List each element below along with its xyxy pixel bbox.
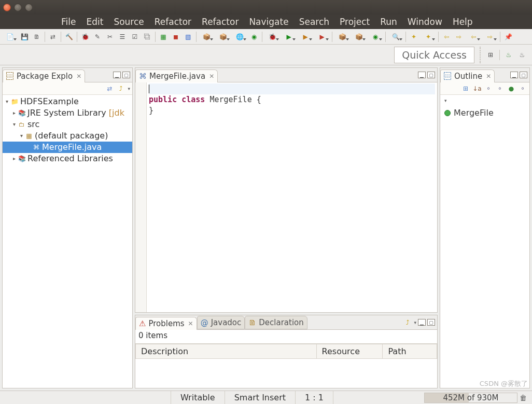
new-source-button[interactable]: 📦 xyxy=(351,31,367,43)
grid-button[interactable]: ▦ xyxy=(158,31,169,43)
resource-perspective-button[interactable]: ♨ xyxy=(516,49,528,61)
annotation-next-button[interactable]: ✦ xyxy=(421,31,436,43)
col-resource[interactable]: Resource xyxy=(316,344,383,359)
build-button[interactable]: 🔨 xyxy=(63,31,75,43)
block-button[interactable]: ▧ xyxy=(183,31,194,43)
window-close-button[interactable] xyxy=(3,4,11,11)
tree-referenced-libraries[interactable]: ▸ 📚 Referenced Libraries xyxy=(3,153,132,164)
nav-back-button[interactable]: ⇦ xyxy=(466,31,481,43)
maximize-view-button[interactable]: ▢ xyxy=(427,319,435,326)
col-description[interactable]: Description xyxy=(136,344,317,359)
globe-button[interactable]: 🌐 xyxy=(232,31,247,43)
az-button[interactable]: ↓a xyxy=(472,84,482,93)
window-minimize-button[interactable] xyxy=(14,4,22,11)
hide-nonpublic-button[interactable]: ● xyxy=(507,84,516,93)
maximize-view-button[interactable]: ▢ xyxy=(122,72,130,78)
pin-button[interactable]: 📌 xyxy=(502,31,514,43)
window-maximize-button[interactable] xyxy=(25,4,33,11)
save-button[interactable]: 💾 xyxy=(19,31,30,43)
minimize-view-button[interactable]: ▁ xyxy=(510,72,518,78)
tab-outline[interactable]: ⿳ Outline ✕ xyxy=(440,69,495,82)
twistie-icon[interactable]: ▾ xyxy=(4,96,10,107)
outline-tree[interactable]: MergeFile xyxy=(440,105,529,388)
back-button[interactable]: ⇦ xyxy=(441,31,452,43)
hide-local-button[interactable]: ⚬ xyxy=(518,84,527,93)
hide-static-button[interactable]: ⚬ xyxy=(495,84,505,93)
minimize-view-button[interactable]: ▁ xyxy=(418,72,426,78)
filter-button[interactable]: ⤴ xyxy=(403,318,412,327)
tree-src[interactable]: ▾ 🗀 src xyxy=(3,119,132,130)
run-button[interactable]: ▶ xyxy=(281,31,297,43)
new-java-button[interactable]: 📦 xyxy=(334,31,350,43)
coverage-button[interactable]: ▶ xyxy=(298,31,313,43)
code-editor[interactable]: public class MergeFile {} xyxy=(135,82,437,312)
tree-project[interactable]: ▾ 📁 HDFSExample xyxy=(3,96,132,107)
sort-button[interactable]: ⊞ xyxy=(461,84,470,93)
view-menu-button[interactable]: ▾ xyxy=(444,98,447,103)
tab-javadoc[interactable]: @ Javadoc xyxy=(197,316,245,329)
editor-gutter[interactable] xyxy=(135,82,147,312)
stop-button[interactable]: ◼ xyxy=(170,31,181,43)
maximize-view-button[interactable]: ▢ xyxy=(427,72,435,78)
close-icon[interactable]: ✕ xyxy=(187,320,193,327)
external-button[interactable]: ▶ xyxy=(314,31,330,43)
new-type-button[interactable]: ◉ xyxy=(368,31,383,43)
tree-jre[interactable]: ▸ 📚 JRE System Library [jdk xyxy=(3,107,132,119)
tab-declaration[interactable]: 🗎 Declaration xyxy=(245,316,307,329)
copy-button[interactable]: ⿻ xyxy=(142,31,153,43)
tab-package-explorer[interactable]: ⿳ Package Explo ✕ xyxy=(3,69,85,82)
minimize-view-button[interactable]: ▁ xyxy=(113,72,121,78)
check-button[interactable]: ☑ xyxy=(129,31,141,43)
menu-source[interactable]: Source xyxy=(108,15,149,29)
menu-search[interactable]: Search xyxy=(294,15,334,29)
twistie-icon[interactable]: ▾ xyxy=(18,130,25,142)
package-button[interactable]: 📦 xyxy=(199,31,214,43)
menu-window[interactable]: Window xyxy=(402,15,447,29)
open-perspective-button[interactable]: ⊞ xyxy=(485,49,496,61)
search-button[interactable]: 🔍 xyxy=(388,31,403,43)
gc-button[interactable]: 🗑 xyxy=(520,394,529,402)
menu-file[interactable]: File xyxy=(56,15,81,29)
twistie-icon[interactable]: ▸ xyxy=(11,107,18,119)
list-button[interactable]: ☰ xyxy=(117,31,128,43)
view-menu-button[interactable]: ▾ xyxy=(128,86,130,91)
cut-button[interactable]: ✂ xyxy=(104,31,116,43)
package-explorer-tree[interactable]: ▾ 📁 HDFSExample ▸ 📚 JRE System Library [… xyxy=(3,95,132,388)
view-menu-button[interactable]: ▾ xyxy=(414,320,416,325)
code-area[interactable]: public class MergeFile {} xyxy=(147,82,437,312)
menu-edit[interactable]: Edit xyxy=(81,15,108,29)
debug-button[interactable]: 🐞 xyxy=(264,31,280,43)
editor-tab-mergefile[interactable]: ⌘ MergeFile.java ✕ xyxy=(135,69,218,82)
menu-help[interactable]: Help xyxy=(447,15,478,29)
tab-problems[interactable]: ⚠ Problems ✕ xyxy=(135,317,197,330)
problems-table[interactable]: Description Resource Path xyxy=(135,344,437,359)
menu-run[interactable]: Run xyxy=(375,15,402,29)
menu-refactor[interactable]: Refactor xyxy=(149,15,197,29)
menu-navigate[interactable]: Navigate xyxy=(244,15,293,29)
minimize-view-button[interactable]: ▁ xyxy=(418,319,426,326)
new-class-button[interactable]: ◉ xyxy=(248,31,260,43)
annotation-prev-button[interactable]: ✦ xyxy=(408,31,419,43)
outline-item-mergefile[interactable]: MergeFile xyxy=(444,108,525,118)
new-package-button[interactable]: 📦 xyxy=(215,31,231,43)
tree-file-mergefile[interactable]: ⌘ MergeFile.java xyxy=(3,142,132,153)
switch-button[interactable]: ⇄ xyxy=(47,31,59,43)
forward-button[interactable]: ⇨ xyxy=(453,31,465,43)
close-icon[interactable]: ✕ xyxy=(485,73,491,80)
close-icon[interactable]: ✕ xyxy=(208,73,214,80)
new-button[interactable]: 📄 xyxy=(2,31,18,43)
hide-fields-button[interactable]: ⚬ xyxy=(484,84,493,93)
tree-default-package[interactable]: ▾ ▦ (default package) xyxy=(3,130,132,142)
col-path[interactable]: Path xyxy=(383,344,437,359)
debug-config-button[interactable]: 🐞 xyxy=(79,31,91,43)
save-all-button[interactable]: 🗎 xyxy=(31,31,43,43)
maximize-view-button[interactable]: ▢ xyxy=(520,72,527,78)
twistie-icon[interactable]: ▸ xyxy=(11,153,18,164)
close-icon[interactable]: ✕ xyxy=(75,73,81,80)
menu-refactor-2[interactable]: Refactor xyxy=(197,15,244,29)
twistie-icon[interactable]: ▾ xyxy=(11,119,18,130)
quick-access-input[interactable]: Quick Access xyxy=(394,47,474,63)
link-editor-button[interactable]: ⤴ xyxy=(116,84,125,93)
java-perspective-button[interactable]: ♨ xyxy=(503,49,514,61)
collapse-all-button[interactable]: ⇄ xyxy=(105,84,114,93)
